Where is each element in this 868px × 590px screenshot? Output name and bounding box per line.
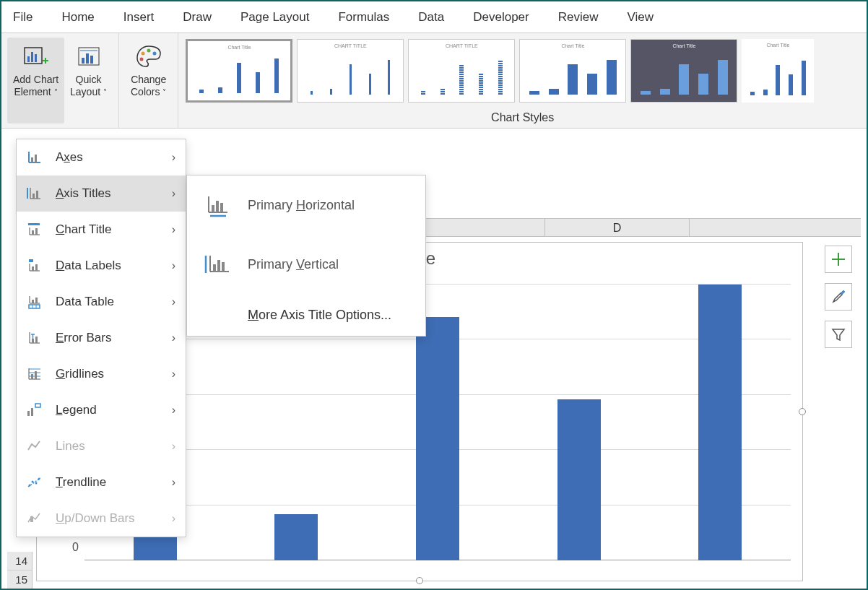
svg-rect-29: [32, 230, 34, 235]
quick-layout-button[interactable]: Quick Layout ˅: [64, 38, 113, 123]
menu-axis-titles[interactable]: Axis Titles›: [17, 175, 186, 212]
menu-trendline-label: Trendline: [56, 475, 106, 490]
chart-filters-button[interactable]: [825, 321, 852, 348]
primary-vertical-label: Primary Vertical: [248, 257, 339, 272]
row-header-14[interactable]: 14: [7, 552, 32, 571]
data-labels-icon: [25, 257, 43, 274]
menu-axis-titles-label: Axis Titles: [56, 186, 111, 201]
svg-rect-8: [86, 53, 89, 64]
ribbon-tabs: File Home Insert Draw Page Layout Formul…: [1, 1, 867, 33]
updown-icon: [25, 510, 43, 527]
svg-rect-76: [222, 262, 225, 272]
svg-point-61: [35, 482, 38, 485]
menu-lines-label: Lines: [56, 439, 85, 454]
chevron-right-icon: ›: [172, 476, 175, 489]
svg-rect-74: [213, 264, 216, 272]
svg-rect-54: [31, 374, 33, 379]
chart-style-3[interactable]: CHART TITLE: [408, 39, 515, 103]
menu-lines: Lines›: [17, 428, 186, 464]
tab-formulas[interactable]: Formulas: [338, 10, 389, 25]
chart-style-6[interactable]: Chart Title: [742, 39, 814, 103]
menu-gridlines[interactable]: Gridlines›: [17, 356, 186, 392]
tab-review[interactable]: Review: [558, 10, 599, 25]
data-table-icon: [25, 293, 43, 311]
column-header-d[interactable]: D: [545, 219, 690, 236]
chart-bar[interactable]: [557, 399, 601, 560]
chart-style-1[interactable]: Chart Title: [186, 39, 292, 103]
svg-rect-20: [35, 155, 37, 162]
tab-data[interactable]: Data: [418, 10, 444, 25]
menu-chart-title[interactable]: Chart Title›: [17, 212, 186, 248]
tab-insert[interactable]: Insert: [123, 10, 155, 25]
menu-trendline[interactable]: Trendline›: [17, 464, 186, 500]
primary-horizontal-option[interactable]: Primary Horizontal: [187, 175, 425, 235]
chart-bar[interactable]: [698, 285, 742, 560]
quick-layout-label: Quick Layout: [70, 74, 101, 97]
svg-rect-39: [35, 298, 38, 303]
menu-error-bars[interactable]: Error Bars›: [17, 320, 186, 356]
chart-styles-gallery: Chart Title CHART TITLE CHART TITLE Char…: [186, 39, 859, 103]
primary-vertical-option[interactable]: Primary Vertical: [187, 235, 425, 294]
chart-style-5[interactable]: Chart Title: [630, 39, 737, 103]
chart-elements-button[interactable]: [825, 246, 852, 273]
svg-point-14: [139, 58, 143, 61]
svg-rect-38: [32, 300, 34, 303]
svg-rect-75: [217, 260, 220, 272]
y-axis-tick-0: 0: [72, 541, 79, 554]
svg-rect-34: [32, 266, 34, 271]
funnel-icon: [830, 326, 846, 342]
chevron-right-icon: ›: [172, 151, 175, 164]
svg-rect-3: [35, 54, 37, 62]
axes-icon: [25, 149, 43, 166]
svg-rect-30: [35, 228, 38, 235]
quick-layout-icon: [74, 42, 103, 71]
chart-bar[interactable]: [274, 514, 318, 560]
svg-rect-19: [31, 157, 33, 162]
more-axis-title-options[interactable]: More Axis Title Options...: [187, 294, 425, 336]
tab-home[interactable]: Home: [61, 10, 94, 25]
tab-file[interactable]: File: [13, 10, 32, 25]
svg-rect-7: [82, 58, 84, 64]
primary-vertical-icon: [204, 251, 230, 277]
primary-horizontal-icon: [204, 192, 230, 218]
plus-icon: [830, 251, 846, 267]
palette-icon: [134, 42, 163, 71]
chart-bar[interactable]: [416, 317, 459, 560]
tab-draw[interactable]: Draw: [183, 10, 212, 25]
chevron-right-icon: ›: [172, 368, 175, 381]
chart-style-2[interactable]: CHART TITLE: [297, 39, 404, 103]
svg-rect-56: [35, 404, 40, 407]
svg-point-11: [141, 52, 144, 56]
menu-axes[interactable]: Axes›: [17, 139, 186, 175]
chart-style-4[interactable]: Chart Title: [519, 39, 626, 103]
change-colors-button[interactable]: Change Colors ˅: [125, 38, 172, 123]
menu-data-table[interactable]: Data Table›: [17, 284, 186, 320]
svg-rect-31: [29, 259, 33, 262]
menu-updown-label: Up/Down Bars: [56, 511, 135, 526]
tab-developer[interactable]: Developer: [473, 10, 529, 25]
menu-legend-label: Legend: [56, 403, 97, 417]
svg-rect-69: [220, 203, 223, 212]
trendline-icon: [25, 474, 43, 491]
error-bars-icon: [25, 329, 43, 347]
menu-axes-label: Axes: [56, 150, 83, 165]
legend-icon: [25, 402, 43, 419]
row-header-15[interactable]: 15: [7, 571, 32, 589]
svg-rect-68: [216, 201, 219, 212]
tab-view[interactable]: View: [627, 10, 654, 25]
menu-legend[interactable]: Legend›: [17, 392, 186, 428]
chart-styles-button[interactable]: [825, 283, 852, 311]
add-chart-element-menu: Axes›Axis Titles›Chart Title›Data Labels…: [16, 139, 186, 537]
svg-point-60: [32, 481, 34, 483]
chevron-right-icon: ›: [172, 223, 175, 236]
svg-rect-45: [32, 339, 34, 343]
svg-rect-9: [90, 56, 93, 64]
lines-icon: [25, 438, 43, 455]
tab-page-layout[interactable]: Page Layout: [240, 10, 309, 25]
svg-point-13: [152, 52, 156, 56]
add-chart-element-button[interactable]: Add Chart Element ˅: [7, 38, 64, 123]
svg-rect-24: [32, 194, 35, 199]
menu-data-labels[interactable]: Data Labels›: [17, 248, 186, 284]
chevron-right-icon: ›: [172, 512, 175, 525]
svg-rect-67: [212, 205, 214, 212]
